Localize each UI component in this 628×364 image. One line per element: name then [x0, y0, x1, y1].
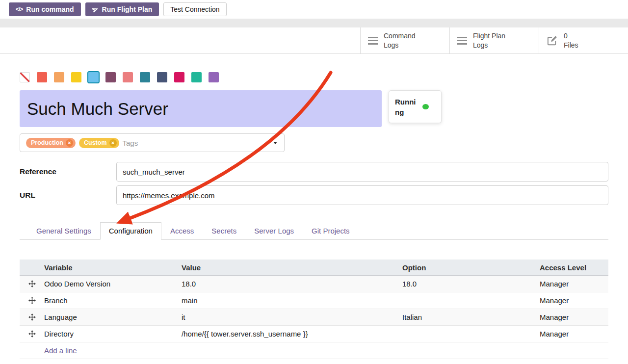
cell-access-level: Manager [540, 296, 608, 305]
tab-general-settings[interactable]: General Settings [27, 222, 100, 240]
tab-secrets[interactable]: Secrets [203, 222, 245, 240]
files-text: Files [564, 41, 578, 49]
flight-plan-logs-line1: Flight Plan [473, 32, 505, 40]
bars-icon [457, 37, 467, 45]
drag-handle-icon[interactable] [28, 297, 36, 304]
tags-field[interactable]: Production × Custom × Tags [20, 133, 285, 152]
color-swatch-2[interactable] [54, 72, 64, 82]
tags-placeholder: Tags [123, 139, 138, 147]
run-flight-plan-label: Run Flight Plan [102, 6, 153, 13]
tag-custom-label: Custom [84, 139, 107, 146]
url-row: URL [20, 185, 608, 205]
table-row[interactable]: Language it Italian Manager [20, 309, 608, 326]
main-content: Running Production × Custom × Tags Refer… [0, 72, 628, 359]
chevron-down-icon[interactable] [273, 142, 277, 144]
cell-access-level: Manager [540, 313, 608, 321]
cell-access-level: Manager [540, 280, 608, 288]
cell-option: Italian [402, 313, 540, 321]
drag-handle-icon[interactable] [28, 313, 36, 321]
drag-handle-icon[interactable] [28, 280, 36, 287]
flight-plan-logs-button[interactable]: Flight Plan Logs [449, 27, 539, 53]
action-bar: </> Run command Run Flight Plan Test Con… [0, 0, 628, 19]
column-header-access-level[interactable]: Access Level [540, 263, 608, 272]
table-row[interactable]: Odoo Demo Version 18.0 18.0 Manager [20, 276, 608, 292]
reference-label: Reference [20, 167, 116, 176]
drag-handle-icon[interactable] [28, 330, 36, 338]
column-header-option[interactable]: Option [402, 263, 540, 272]
server-form: Reference URL [20, 162, 608, 205]
tab-bar: General Settings Configuration Access Se… [20, 222, 608, 240]
color-swatch-9[interactable] [174, 72, 184, 82]
cell-variable: Odoo Demo Version [44, 280, 182, 288]
tag-production[interactable]: Production × [26, 138, 76, 148]
color-swatch-5[interactable] [105, 72, 116, 82]
column-header-value[interactable]: Value [182, 263, 402, 272]
color-swatch-6[interactable] [123, 72, 133, 82]
cell-value: main [182, 296, 402, 305]
configuration-table: Variable Value Option Access Level Odoo … [20, 260, 608, 359]
page-header: Command Logs Flight Plan Logs 0 Files [0, 27, 628, 54]
tag-production-label: Production [31, 139, 63, 146]
cell-variable: Language [44, 313, 182, 321]
cell-value: /home/{{ tower.server.ssh_username }} [182, 330, 402, 338]
table-row[interactable]: Branch main Manager [20, 292, 608, 309]
tab-access[interactable]: Access [161, 222, 203, 240]
files-count: 0 [564, 32, 568, 40]
cell-option: 18.0 [402, 280, 540, 288]
status-dot [422, 104, 429, 109]
command-logs-line1: Command [384, 32, 416, 40]
status-card[interactable]: Running [389, 90, 442, 123]
flight-plan-logs-label: Flight Plan Logs [473, 31, 505, 49]
table-row[interactable]: Directory /home/{{ tower.server.ssh_user… [20, 326, 608, 342]
tab-server-logs[interactable]: Server Logs [245, 222, 303, 240]
reference-row: Reference [20, 162, 608, 182]
flight-plan-logs-line2: Logs [473, 41, 488, 49]
color-swatch-8[interactable] [157, 72, 167, 82]
color-swatch-3[interactable] [71, 72, 81, 82]
edit-icon [547, 35, 558, 46]
separator-band [0, 19, 628, 27]
color-swatch-4[interactable] [88, 72, 99, 82]
cell-value: 18.0 [182, 280, 402, 288]
add-line-row: Add a line [20, 342, 608, 359]
color-swatches [20, 72, 608, 82]
paper-plane-icon [92, 6, 99, 13]
run-command-button[interactable]: </> Run command [9, 2, 81, 16]
cell-variable: Branch [44, 296, 182, 305]
color-swatch-0[interactable] [20, 72, 30, 82]
tag-custom[interactable]: Custom × [79, 138, 119, 148]
tab-git-projects[interactable]: Git Projects [303, 222, 359, 240]
command-logs-button[interactable]: Command Logs [360, 27, 449, 53]
color-swatch-7[interactable] [140, 72, 150, 82]
test-connection-button[interactable]: Test Connection [163, 2, 226, 16]
color-swatch-1[interactable] [37, 72, 47, 82]
url-input[interactable] [116, 185, 608, 205]
title-row: Running [20, 90, 608, 127]
color-swatch-10[interactable] [191, 72, 202, 82]
run-flight-plan-button[interactable]: Run Flight Plan [85, 2, 159, 16]
tab-configuration[interactable]: Configuration [100, 222, 161, 240]
url-label: URL [20, 191, 116, 200]
bars-icon [368, 37, 378, 45]
status-label: Running [395, 97, 419, 117]
remove-tag-icon[interactable]: × [66, 139, 73, 147]
command-logs-label: Command Logs [384, 31, 416, 49]
table-header-row: Variable Value Option Access Level [20, 260, 608, 276]
run-command-label: Run command [26, 6, 74, 13]
code-icon: </> [16, 6, 23, 12]
reference-input[interactable] [116, 162, 608, 182]
cell-access-level: Manager [540, 330, 608, 338]
files-button[interactable]: 0 Files [539, 27, 628, 53]
cell-variable: Directory [44, 330, 182, 338]
add-line-link[interactable]: Add a line [44, 346, 77, 355]
files-label: 0 Files [564, 31, 578, 49]
command-logs-line2: Logs [384, 41, 398, 49]
column-header-variable[interactable]: Variable [44, 263, 182, 272]
color-swatch-11[interactable] [209, 72, 219, 82]
cell-value: it [182, 313, 402, 321]
remove-tag-icon[interactable]: × [109, 139, 117, 147]
server-name-input[interactable] [20, 90, 382, 127]
